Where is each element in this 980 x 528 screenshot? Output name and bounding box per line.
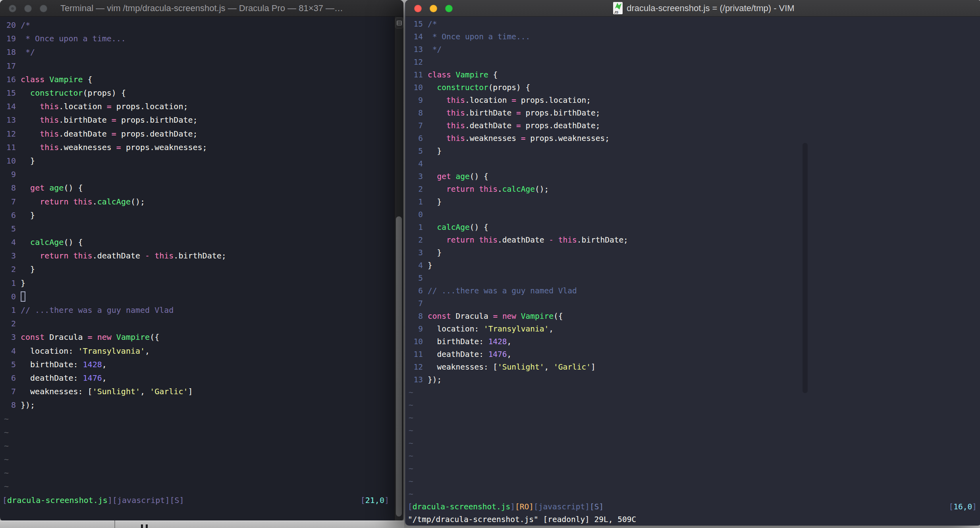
token: this [558, 235, 577, 245]
line-number: 4 [413, 159, 423, 168]
scrollbar-thumb[interactable] [396, 216, 402, 516]
tilde: ~ [409, 489, 413, 499]
vim-buffer[interactable]: 15/*14 * Once upon a time...13 */1211cla… [405, 17, 980, 526]
token: .location [59, 102, 106, 111]
token: this [446, 108, 465, 118]
split-pane-button[interactable] [395, 17, 403, 29]
token: class [21, 75, 44, 84]
token: // ...there was a guy named Vlad [428, 286, 577, 295]
buffer-line: 9 [0, 168, 403, 181]
code-text: this.birthDate = props.birthDate; [428, 108, 600, 118]
line-number: 0 [6, 292, 16, 301]
vim-buffer[interactable]: 20/*19 * Once upon a time...18 */1716cla… [0, 17, 403, 521]
tilde: ~ [409, 413, 413, 422]
buffer-line: 5 birthDate: 1428, [0, 358, 403, 371]
line-number: 8 [413, 312, 423, 321]
buffer-line: 1 } [405, 195, 980, 208]
token: 21,0 [365, 495, 384, 505]
background-text-fragment [141, 524, 143, 528]
buffer-line: 11 deathDate: 1476, [405, 348, 980, 360]
buffer-line: 4 location: 'Transylvania', [0, 344, 403, 358]
token: = [88, 332, 93, 342]
token: } [21, 156, 35, 166]
tilde-line: ~ [0, 439, 403, 453]
token: this [154, 251, 174, 260]
token: () { [470, 172, 488, 181]
macvim-window: JS dracula-screenshot.js = (/private/tmp… [405, 0, 980, 526]
buffer-line: 11class Vampire { [405, 68, 980, 81]
close-button[interactable] [414, 5, 422, 12]
close-button[interactable] [9, 5, 16, 12]
token [44, 183, 49, 193]
token: = [107, 102, 112, 111]
buffer-line: 6// ...there was a guy named Vlad [405, 284, 980, 297]
terminal-titlebar[interactable]: Terminal — vim /tmp/dracula-screenshot.j… [0, 0, 403, 17]
macvim-titlebar[interactable]: JS dracula-screenshot.js = (/private/tmp… [405, 0, 980, 17]
tilde-line: ~ [405, 386, 980, 399]
line-number: 12 [413, 58, 423, 67]
token: location: [428, 324, 484, 333]
code-text: } [21, 156, 35, 166]
token: .location [465, 96, 511, 105]
buffer-line: 2 return this.deathDate - this.birthDate… [405, 233, 980, 246]
scrollbar-thumb[interactable] [803, 143, 808, 393]
buffer-line: 10 } [0, 154, 403, 168]
zoom-button[interactable] [40, 5, 47, 12]
line-number: 14 [6, 102, 16, 111]
token: = [516, 108, 521, 118]
token: props.deathDate; [116, 129, 198, 139]
token: props.birthDate; [116, 115, 198, 125]
code-text: }); [428, 375, 442, 384]
token [428, 235, 446, 245]
code-text: this.deathDate = props.deathDate; [428, 121, 600, 130]
buffer-line: 16class Vampire { [0, 73, 403, 86]
document-icon: JS [613, 2, 623, 14]
token: Vampire [116, 332, 150, 342]
minimize-button[interactable] [24, 5, 32, 12]
zoom-button[interactable] [445, 5, 453, 12]
code-text: // ...there was a guy named Vlad [21, 305, 174, 315]
token: */ [428, 45, 442, 54]
token [21, 183, 30, 193]
token: } [428, 248, 442, 257]
line-number: 9 [413, 96, 423, 105]
token [21, 251, 40, 260]
line-number: 11 [6, 143, 16, 152]
buffer-line: 7 [405, 297, 980, 310]
buffer-line: 14 * Once upon a time... [405, 30, 980, 43]
minimize-button[interactable] [430, 5, 437, 12]
token: Dracula [451, 312, 493, 321]
buffer-line: 9 location: 'Transylvania', [405, 322, 980, 335]
buffer-line: 13 this.birthDate = props.birthDate; [0, 113, 403, 127]
token: calcAge [502, 185, 535, 194]
buffer-line: 4} [405, 259, 980, 272]
code-text: */ [21, 47, 35, 57]
token: = [516, 121, 521, 130]
token: deathDate: [21, 373, 83, 383]
token [428, 96, 446, 105]
line-number: 12 [6, 129, 16, 139]
token: (props) { [83, 88, 126, 98]
terminal-window: Terminal — vim /tmp/dracula-screenshot.j… [0, 0, 403, 521]
token: get [30, 183, 44, 193]
token: } [428, 146, 442, 156]
traffic-lights [9, 0, 47, 17]
buffer-line: 0 [405, 208, 980, 221]
window-title-text: dracula-screenshot.js = (/private/tmp) -… [627, 3, 794, 13]
token [21, 88, 30, 98]
token: ][javascript][S] [108, 495, 184, 505]
buffer-line: 7 weaknesses: ['Sunlight', 'Garlic'] [0, 385, 403, 398]
status-line: [dracula-screenshot.js][RO][javascript][… [405, 500, 980, 513]
token: props.birthDate; [521, 108, 600, 118]
buffer-line: 4 calcAge() { [0, 235, 403, 249]
token: props.location; [112, 102, 188, 111]
scrollbar-track[interactable] [394, 17, 403, 521]
token: .weaknesses [59, 143, 116, 152]
token: 1428 [83, 360, 102, 369]
token [21, 115, 40, 125]
tilde: ~ [409, 401, 413, 410]
token: , [544, 362, 554, 372]
tilde: ~ [409, 439, 413, 448]
token: , [140, 387, 150, 396]
token: 1476 [83, 373, 102, 383]
